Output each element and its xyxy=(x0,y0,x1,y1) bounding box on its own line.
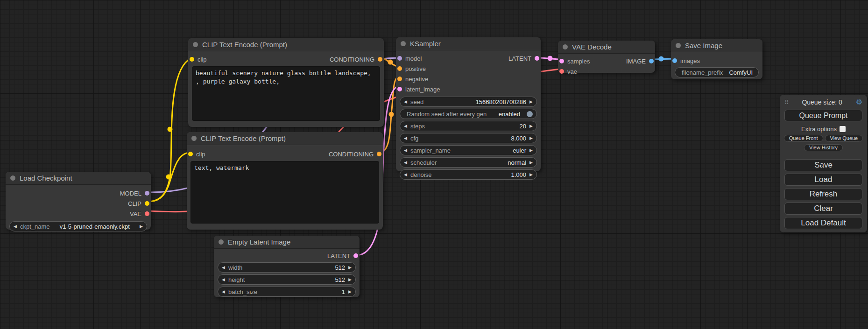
slot-label: model xyxy=(405,55,422,62)
output-dot-latent[interactable] xyxy=(535,56,539,61)
input-dot-clip[interactable] xyxy=(188,152,193,156)
settings-gear-icon[interactable]: ⚙ xyxy=(856,98,862,106)
filename-prefix-widget[interactable]: filename_prefix ComfyUI xyxy=(675,67,759,77)
denoise-widget[interactable]: ◀ denoise 1.000 ▶ xyxy=(400,169,537,180)
increment-arrow-icon[interactable]: ▶ xyxy=(529,161,533,165)
extra-options-checkbox[interactable] xyxy=(840,126,846,132)
steps-widget[interactable]: ◀ steps 20 ▶ xyxy=(400,121,537,131)
node-title-bar[interactable]: Load Checkpoint xyxy=(6,172,151,185)
output-dot-image[interactable] xyxy=(649,59,654,63)
output-dot-clip[interactable] xyxy=(145,201,149,206)
node-ksampler[interactable]: KSampler model LATENT positive negative … xyxy=(396,37,541,171)
decrement-arrow-icon[interactable]: ◀ xyxy=(404,124,407,128)
widget-label: batch_size xyxy=(228,288,257,295)
height-widget[interactable]: ◀ height 512 ▶ xyxy=(218,274,356,285)
increment-arrow-icon[interactable]: ▶ xyxy=(140,224,143,229)
slot-label: LATENT xyxy=(327,252,350,259)
input-dot-clip[interactable] xyxy=(190,57,194,62)
clear-button[interactable]: Clear xyxy=(784,203,862,215)
collapse-dot-icon[interactable] xyxy=(193,42,198,47)
refresh-button[interactable]: Refresh xyxy=(784,188,862,200)
drag-handle-icon[interactable]: ⠿ xyxy=(784,99,789,106)
input-dot-model[interactable] xyxy=(397,56,402,61)
input-dot-negative[interactable] xyxy=(397,77,402,81)
output-dot-vae[interactable] xyxy=(145,211,149,216)
input-dot-vae[interactable] xyxy=(559,69,564,74)
extra-options-label: Extra options xyxy=(801,126,837,133)
view-queue-button[interactable]: View Queue xyxy=(825,135,863,142)
collapse-dot-icon[interactable] xyxy=(10,175,15,181)
collapse-dot-icon[interactable] xyxy=(676,43,681,48)
increment-arrow-icon[interactable]: ▶ xyxy=(348,266,352,270)
node-load-checkpoint[interactable]: Load Checkpoint MODEL CLIP VAE ◀ ckpt_na… xyxy=(6,172,151,230)
collapse-dot-icon[interactable] xyxy=(219,239,224,245)
toggle-indicator-icon[interactable] xyxy=(527,111,533,117)
decrement-arrow-icon[interactable]: ◀ xyxy=(404,100,407,104)
input-dot-samples[interactable] xyxy=(559,59,564,63)
increment-arrow-icon[interactable]: ▶ xyxy=(529,148,533,153)
collapse-dot-icon[interactable] xyxy=(563,44,568,49)
collapse-dot-icon[interactable] xyxy=(191,136,197,141)
node-save-image[interactable]: Save Image images filename_prefix ComfyU… xyxy=(671,39,762,79)
node-title-bar[interactable]: Empty Latent Image xyxy=(214,236,360,249)
decrement-arrow-icon[interactable]: ◀ xyxy=(404,173,407,177)
node-title: Load Checkpoint xyxy=(20,174,72,182)
increment-arrow-icon[interactable]: ▶ xyxy=(529,136,533,140)
node-clip-text-encode-positive[interactable]: CLIP Text Encode (Prompt) clip CONDITION… xyxy=(188,38,384,127)
collapse-dot-icon[interactable] xyxy=(401,41,406,46)
output-dot-latent[interactable] xyxy=(353,253,358,258)
slot-label: CLIP xyxy=(128,200,141,207)
positive-prompt-textarea[interactable]: beautiful scenery nature glass bottle la… xyxy=(192,66,380,121)
node-empty-latent-image[interactable]: Empty Latent Image LATENT ◀ width 512 ▶ … xyxy=(214,236,360,297)
node-title-bar[interactable]: VAE Decode xyxy=(558,41,655,54)
increment-arrow-icon[interactable]: ▶ xyxy=(529,173,533,177)
batch-size-widget[interactable]: ◀ batch_size 1 ▶ xyxy=(218,287,356,297)
queue-front-button[interactable]: Queue Front xyxy=(784,135,823,142)
output-dot-conditioning[interactable] xyxy=(377,152,381,156)
load-default-button[interactable]: Load Default xyxy=(784,217,862,229)
decrement-arrow-icon[interactable]: ◀ xyxy=(222,266,225,270)
increment-arrow-icon[interactable]: ▶ xyxy=(348,290,352,294)
output-dot-model[interactable] xyxy=(145,191,149,196)
node-title-bar[interactable]: Save Image xyxy=(671,39,762,52)
widget-value: 8.000 xyxy=(511,135,527,142)
decrement-arrow-icon[interactable]: ◀ xyxy=(404,148,407,153)
node-title-bar[interactable]: CLIP Text Encode (Prompt) xyxy=(187,132,383,145)
view-history-button[interactable]: View History xyxy=(804,144,843,151)
seed-widget[interactable]: ◀ seed 156680208700286 ▶ xyxy=(400,97,537,107)
output-slot-vae: VAE xyxy=(6,209,151,218)
link-dot xyxy=(548,56,553,61)
node-vae-decode[interactable]: VAE Decode samples IMAGE vae xyxy=(558,41,655,73)
input-dot-images[interactable] xyxy=(672,58,677,63)
sampler-name-widget[interactable]: ◀ sampler_name euler ▶ xyxy=(400,145,537,155)
input-dot-positive[interactable] xyxy=(397,66,402,71)
decrement-arrow-icon[interactable]: ◀ xyxy=(404,136,407,140)
increment-arrow-icon[interactable]: ▶ xyxy=(529,100,533,104)
increment-arrow-icon[interactable]: ▶ xyxy=(529,124,533,128)
node-graph-canvas[interactable]: Load Checkpoint MODEL CLIP VAE ◀ ckpt_na… xyxy=(0,0,868,329)
cfg-widget[interactable]: ◀ cfg 8.000 ▶ xyxy=(400,133,537,143)
random-seed-toggle-widget[interactable]: Random seed after every gen enabled xyxy=(400,109,537,119)
save-button[interactable]: Save xyxy=(784,159,862,171)
node-title-bar[interactable]: CLIP Text Encode (Prompt) xyxy=(188,38,384,51)
increment-arrow-icon[interactable]: ▶ xyxy=(348,278,352,282)
negative-prompt-textarea[interactable]: text, watermark xyxy=(191,161,379,224)
queue-panel[interactable]: ⠿ Queue size: 0 ⚙ Queue Prompt Extra opt… xyxy=(780,95,867,232)
node-clip-text-encode-negative[interactable]: CLIP Text Encode (Prompt) clip CONDITION… xyxy=(187,132,383,230)
output-dot-conditioning[interactable] xyxy=(378,57,382,62)
decrement-arrow-icon[interactable]: ◀ xyxy=(222,290,225,294)
load-button[interactable]: Load xyxy=(784,174,862,186)
queue-prompt-button[interactable]: Queue Prompt xyxy=(784,110,862,121)
scheduler-widget[interactable]: ◀ scheduler normal ▶ xyxy=(400,157,537,168)
input-dot-latent-image[interactable] xyxy=(397,87,402,91)
ckpt-name-widget[interactable]: ◀ ckpt_name v1-5-pruned-emaonly.ckpt ▶ xyxy=(9,221,147,231)
width-widget[interactable]: ◀ width 512 ▶ xyxy=(218,262,356,273)
output-slot-clip: CLIP xyxy=(6,199,151,208)
node-title: Empty Latent Image xyxy=(228,238,290,246)
decrement-arrow-icon[interactable]: ◀ xyxy=(222,278,225,282)
decrement-arrow-icon[interactable]: ◀ xyxy=(404,161,407,165)
slot-label: positive xyxy=(405,65,426,72)
node-title-bar[interactable]: KSampler xyxy=(396,37,541,50)
decrement-arrow-icon[interactable]: ◀ xyxy=(14,224,17,229)
widget-value: 1.000 xyxy=(511,171,527,178)
